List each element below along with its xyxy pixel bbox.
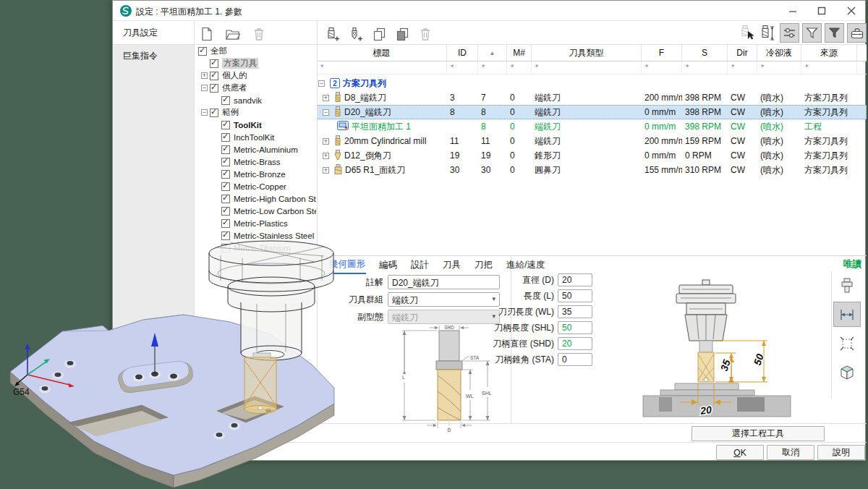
library-checkbox[interactable] [210, 109, 218, 117]
library-checkbox[interactable] [221, 182, 230, 191]
maximize-button[interactable] [807, 1, 836, 21]
tool-holder-box-icon[interactable] [847, 23, 867, 43]
expand-icon[interactable]: + [323, 95, 329, 101]
delete-library-icon[interactable] [250, 25, 268, 43]
group-row[interactable]: −2方案刀具列 [317, 76, 867, 90]
tab[interactable]: 編碼 [378, 258, 398, 273]
delete-tool-icon[interactable] [417, 25, 434, 43]
library-checkbox[interactable] [210, 72, 218, 80]
open-library-icon[interactable] [224, 25, 242, 43]
tab[interactable]: 進給/速度 [506, 258, 545, 273]
column-header[interactable]: 冷卻液 [757, 45, 801, 61]
value-input[interactable]: 0 [558, 353, 592, 366]
column-header[interactable]: Dir [728, 45, 757, 61]
value-input[interactable]: 20 [558, 273, 592, 286]
ok-button[interactable]: OK [716, 445, 764, 460]
collapse-icon[interactable]: − [201, 109, 208, 116]
sidebar-item-macro[interactable]: 巨集指令 [113, 44, 194, 67]
tree-item[interactable]: sandvik [195, 94, 316, 106]
copy-tool-icon[interactable] [370, 25, 388, 43]
library-checkbox[interactable] [221, 145, 230, 154]
list-options-icon[interactable] [780, 23, 799, 43]
collapse-icon[interactable]: − [323, 109, 329, 116]
column-header[interactable]: 刀具類型 [532, 45, 642, 61]
table-row[interactable]: 平坦面精加工 180端銑刀0 mm/m398 RPMCW(噴水)工程 [317, 119, 867, 134]
column-header[interactable]: M# [507, 45, 532, 61]
tree-item[interactable]: −供應者 [195, 82, 316, 94]
dimensions-view-icon[interactable] [833, 302, 861, 327]
library-checkbox[interactable] [210, 59, 218, 68]
filter-cell[interactable]: * [728, 61, 757, 74]
expand-icon[interactable]: + [323, 138, 329, 145]
value-input[interactable]: 35 [558, 305, 592, 318]
library-checkbox[interactable] [198, 47, 207, 56]
value-input[interactable]: 50 [558, 289, 592, 302]
tree-item[interactable]: Metric-Aluminium [195, 143, 316, 156]
tree-item[interactable]: 全部 [195, 45, 316, 57]
library-checkbox[interactable] [221, 231, 230, 240]
tree-item[interactable]: Metric-Plastics [195, 217, 316, 229]
close-button[interactable] [836, 1, 867, 21]
filter-cell[interactable]: * [757, 61, 801, 74]
value-input[interactable]: 50 [558, 321, 592, 334]
filter-edit-icon[interactable] [825, 23, 844, 43]
solid-view-icon[interactable] [833, 360, 861, 385]
table-row[interactable]: +D8_端銑刀370端銑刀200 mm/m398 RPMCW(噴水)方案刀具列 [317, 90, 867, 105]
column-header[interactable]: 來源 [801, 45, 857, 61]
tree-item[interactable]: 方案刀具 [195, 57, 316, 69]
filter-cell[interactable]: * [507, 61, 532, 74]
library-checkbox[interactable] [221, 133, 230, 142]
add-drill-tool-icon[interactable] [347, 25, 365, 43]
select-tool-cursor-icon[interactable] [739, 24, 757, 43]
expand-icon[interactable]: + [201, 72, 208, 79]
collapse-icon[interactable]: − [201, 85, 208, 91]
select-engineering-tool-button[interactable]: 選擇工程工具 [692, 426, 825, 441]
expand-icon[interactable]: + [323, 167, 329, 174]
tree-item[interactable]: ToolKit [195, 119, 316, 131]
tree-item[interactable]: Metric-Bronze [195, 168, 316, 180]
filter-cell[interactable]: * [447, 61, 478, 74]
tree-item[interactable]: InchToolKit [195, 131, 316, 143]
tab[interactable]: 幾何圖形 [328, 257, 366, 274]
library-checkbox[interactable] [221, 158, 230, 166]
paste-tool-icon[interactable] [393, 25, 411, 43]
library-checkbox[interactable] [221, 244, 230, 252]
tree-item[interactable]: −範例 [195, 106, 316, 119]
column-header[interactable]: F [642, 45, 682, 61]
add-mill-tool-icon[interactable] [324, 25, 341, 43]
column-header[interactable]: ID [447, 45, 478, 61]
filter-cell[interactable]: * [532, 61, 642, 74]
expand-icon[interactable]: + [323, 153, 329, 159]
tree-item[interactable]: Metric-Stainless Steel [195, 229, 316, 242]
library-checkbox[interactable] [221, 170, 230, 179]
boundary-view-icon[interactable] [833, 331, 861, 356]
sidebar-item-tool-settings[interactable]: 刀具設定 [113, 21, 194, 44]
library-checkbox[interactable] [210, 84, 218, 93]
value-input[interactable]: 20 [558, 337, 592, 350]
new-library-icon[interactable] [198, 25, 216, 43]
help-button[interactable]: 說明 [817, 445, 865, 460]
tree-item[interactable]: Metric-Low Carbon Steel [195, 205, 316, 217]
tree-item[interactable]: Metric-Brass [195, 156, 316, 168]
filter-cell[interactable]: * [801, 61, 857, 74]
title-bar[interactable]: 設定 : 平坦面精加工 1. 參數 [113, 1, 865, 21]
minimize-button[interactable] [778, 1, 807, 21]
cancel-button[interactable]: 取消 [767, 445, 814, 460]
table-row[interactable]: +D65 R1_面銑刀30300圓鼻刀155 mm/m310 RPMCW(噴水)… [317, 163, 867, 177]
library-checkbox[interactable] [221, 96, 230, 105]
filter-cell[interactable]: * [317, 61, 447, 74]
filter-icon[interactable] [802, 23, 822, 43]
filter-cell[interactable]: * [642, 61, 682, 74]
column-header[interactable]: S [682, 45, 728, 61]
table-row[interactable]: −D20_端銑刀880端銑刀0 mm/m398 RPMCW(噴水)方案刀具列 [317, 105, 867, 119]
tree-item[interactable]: +個人的 [195, 69, 316, 82]
filter-cell[interactable]: * [682, 61, 728, 74]
tab[interactable]: 刀具 [442, 258, 461, 273]
filter-cell[interactable]: * [478, 61, 507, 74]
tab[interactable]: 設計 [410, 258, 430, 273]
tool-length-icon[interactable] [760, 24, 777, 43]
table-row[interactable]: +D12_倒角刀19190錐形刀0 mm/m0 RPMCW(噴水)方案刀具列 [317, 148, 867, 163]
tree-item[interactable]: Metric-Titanium [195, 242, 316, 254]
tree-item[interactable]: Metric-Copper [195, 180, 316, 192]
collapse-icon[interactable]: − [318, 80, 325, 87]
